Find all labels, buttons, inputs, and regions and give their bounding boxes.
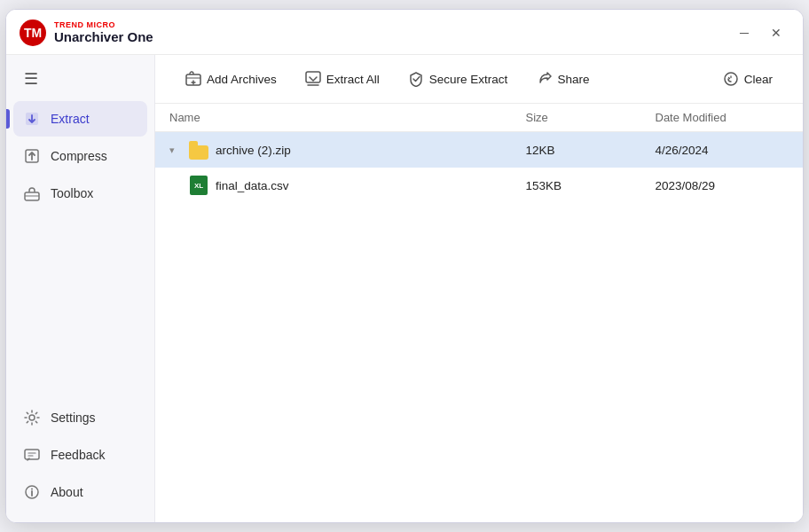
csv-file-icon: XL (189, 176, 208, 195)
sidebar-item-toolbox-label: Toolbox (51, 186, 93, 200)
sidebar-item-feedback-label: Feedback (51, 448, 105, 462)
toolbar: Add Archives Extract All (155, 55, 803, 104)
sidebar-item-settings[interactable]: Settings (13, 400, 147, 435)
svg-text:TM: TM (24, 26, 42, 40)
extract-icon (22, 109, 42, 129)
sidebar-item-about-label: About (51, 485, 83, 499)
sidebar-item-compress[interactable]: Compress (13, 138, 147, 174)
extract-all-label: Extract All (326, 73, 380, 86)
about-icon (22, 482, 42, 502)
sidebar: ☰ Extract (6, 55, 155, 522)
compress-icon (22, 146, 42, 166)
sidebar-bottom: Settings Feedback (6, 400, 154, 517)
zip-file-icon (189, 140, 208, 160)
app-title: Unarchiver One (54, 30, 153, 45)
file-date-cell: 2023/08/29 (641, 168, 804, 203)
app-name-block: TREND MICRO Unarchiver One (54, 21, 153, 44)
close-button[interactable]: ✕ (764, 20, 789, 45)
file-name-cell: XL final_data.csv (155, 168, 512, 203)
file-table: Name Size Date Modified ▾ (155, 104, 803, 203)
share-button[interactable]: Share (523, 64, 601, 94)
column-header-name: Name (155, 104, 512, 132)
window-controls: ─ ✕ (732, 20, 789, 45)
file-size-cell: 153KB (512, 168, 641, 203)
sidebar-item-feedback[interactable]: Feedback (13, 437, 147, 473)
sidebar-item-compress-label: Compress (51, 149, 107, 163)
clear-label: Clear (744, 73, 773, 86)
clear-icon (723, 71, 739, 87)
sidebar-item-about[interactable]: About (13, 474, 147, 510)
file-name-cell: ▾ archive (2).zip (155, 132, 512, 168)
file-date-cell: 4/26/2024 (641, 132, 804, 168)
file-list-area: Name Size Date Modified ▾ (155, 104, 803, 522)
share-icon (536, 71, 552, 87)
svg-point-6 (29, 415, 35, 420)
hamburger-icon: ☰ (24, 70, 38, 88)
sidebar-item-toolbox[interactable]: Toolbox (13, 176, 147, 211)
extract-all-button[interactable]: Extract All (293, 64, 392, 94)
sidebar-item-extract-label: Extract (51, 112, 90, 126)
hamburger-button[interactable]: ☰ (20, 66, 42, 92)
file-name-label: final_data.csv (216, 179, 289, 192)
svg-rect-7 (25, 450, 39, 459)
feedback-icon (22, 445, 42, 465)
svg-point-18 (725, 73, 737, 85)
column-header-date: Date Modified (641, 104, 804, 132)
clear-button[interactable]: Clear (711, 64, 785, 94)
title-bar-left: TM TREND MICRO Unarchiver One (19, 19, 153, 47)
sidebar-item-settings-label: Settings (51, 411, 96, 425)
app-logo: TM (19, 19, 47, 47)
secure-extract-icon (408, 71, 424, 87)
sidebar-top: ☰ (6, 60, 154, 101)
content-area: Add Archives Extract All (155, 55, 803, 522)
title-bar: TM TREND MICRO Unarchiver One ─ ✕ (6, 10, 803, 55)
column-header-size: Size (512, 104, 641, 132)
extract-all-icon (305, 71, 321, 87)
file-size-cell: 12KB (512, 132, 641, 168)
secure-extract-label: Secure Extract (429, 73, 508, 86)
file-name-label: archive (2).zip (216, 144, 291, 157)
secure-extract-button[interactable]: Secure Extract (396, 64, 521, 94)
sidebar-nav: Extract Compress (6, 101, 154, 400)
sidebar-item-extract[interactable]: Extract (13, 101, 147, 137)
expand-chevron-icon: ▾ (169, 145, 182, 156)
app-window: TM TREND MICRO Unarchiver One ─ ✕ ☰ (5, 9, 804, 523)
svg-point-12 (31, 489, 33, 490)
toolbox-icon (22, 184, 42, 203)
settings-icon (22, 408, 42, 427)
add-archives-button[interactable]: Add Archives (173, 64, 289, 94)
table-row[interactable]: ▾ archive (2).zip (155, 132, 803, 168)
add-archives-icon (185, 71, 201, 87)
table-header-row: Name Size Date Modified (155, 104, 803, 132)
minimize-button[interactable]: ─ (732, 20, 757, 45)
share-label: Share (557, 73, 589, 86)
add-archives-label: Add Archives (207, 73, 277, 86)
table-row[interactable]: XL final_data.csv 153KB 2023/08/29 (155, 168, 803, 203)
main-layout: ☰ Extract (6, 55, 803, 522)
